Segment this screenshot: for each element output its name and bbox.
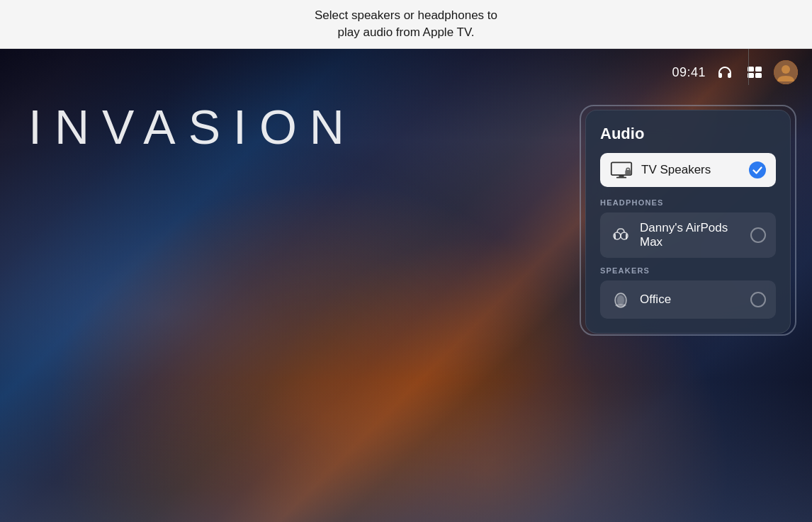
svg-rect-8	[616, 177, 626, 178]
office-label: Office	[640, 293, 742, 307]
airpods-radio-button[interactable]	[750, 227, 766, 243]
svg-point-16	[617, 295, 624, 305]
menu-icon[interactable]	[744, 62, 765, 83]
svg-rect-7	[619, 175, 624, 177]
top-bar: 09:41	[0, 51, 812, 93]
svg-point-17	[615, 304, 626, 307]
airpods-max-option[interactable]: Danny's AirPods Max	[600, 212, 776, 258]
headphones-section-header: HEADPHONES	[600, 198, 776, 207]
svg-point-5	[782, 65, 790, 74]
audio-panel-title: Audio	[600, 125, 776, 143]
speakers-section-header: SPEAKERS	[600, 266, 776, 275]
homepod-icon	[610, 289, 631, 310]
show-title: INVASION	[28, 99, 357, 154]
user-avatar[interactable]	[774, 60, 798, 84]
background-bottom-gradient	[0, 380, 812, 522]
top-bar-right: 09:41	[672, 60, 798, 84]
tv-speakers-icon	[610, 161, 633, 178]
selected-checkmark-icon	[749, 161, 766, 178]
office-radio-button[interactable]	[750, 292, 766, 307]
tooltip-banner: Select speakers or headphones to play au…	[0, 0, 812, 49]
time-display: 09:41	[672, 65, 706, 80]
airpods-label: Danny's AirPods Max	[640, 221, 742, 249]
tv-speakers-option[interactable]: TV Speakers	[600, 153, 776, 187]
office-speaker-option[interactable]: Office	[600, 280, 776, 319]
audio-panel: Audio TV Speakers HEADPHONES	[585, 110, 791, 334]
tooltip-line2: play audio from Apple TV.	[338, 25, 475, 39]
tv-speakers-label: TV Speakers	[641, 163, 740, 177]
tooltip-line1: Select speakers or headphones to	[315, 8, 497, 22]
airpods-icon	[610, 225, 631, 246]
connector-line	[748, 46, 749, 85]
svg-rect-1	[755, 67, 762, 72]
headphones-top-icon[interactable]	[714, 62, 735, 83]
svg-rect-10	[626, 168, 629, 171]
svg-rect-3	[755, 73, 762, 78]
